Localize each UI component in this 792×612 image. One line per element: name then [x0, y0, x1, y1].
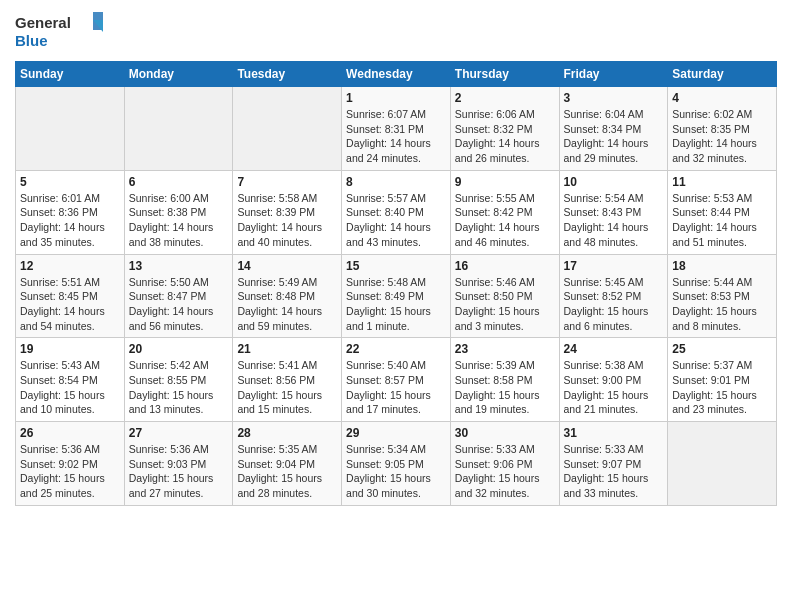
day-cell: 30Sunrise: 5:33 AM Sunset: 9:06 PM Dayli…: [450, 422, 559, 506]
day-info: Sunrise: 5:45 AM Sunset: 8:52 PM Dayligh…: [564, 275, 664, 334]
day-number: 28: [237, 426, 337, 440]
day-number: 9: [455, 175, 555, 189]
day-info: Sunrise: 5:44 AM Sunset: 8:53 PM Dayligh…: [672, 275, 772, 334]
column-header-friday: Friday: [559, 62, 668, 87]
day-cell: 12Sunrise: 5:51 AM Sunset: 8:45 PM Dayli…: [16, 254, 125, 338]
page-header: General Blue: [15, 10, 777, 55]
day-info: Sunrise: 5:35 AM Sunset: 9:04 PM Dayligh…: [237, 442, 337, 501]
day-number: 6: [129, 175, 229, 189]
day-info: Sunrise: 5:36 AM Sunset: 9:02 PM Dayligh…: [20, 442, 120, 501]
day-cell: 13Sunrise: 5:50 AM Sunset: 8:47 PM Dayli…: [124, 254, 233, 338]
day-cell: 4Sunrise: 6:02 AM Sunset: 8:35 PM Daylig…: [668, 87, 777, 171]
day-info: Sunrise: 5:49 AM Sunset: 8:48 PM Dayligh…: [237, 275, 337, 334]
day-info: Sunrise: 5:39 AM Sunset: 8:58 PM Dayligh…: [455, 358, 555, 417]
day-cell: 27Sunrise: 5:36 AM Sunset: 9:03 PM Dayli…: [124, 422, 233, 506]
day-info: Sunrise: 5:51 AM Sunset: 8:45 PM Dayligh…: [20, 275, 120, 334]
day-info: Sunrise: 5:41 AM Sunset: 8:56 PM Dayligh…: [237, 358, 337, 417]
day-number: 4: [672, 91, 772, 105]
day-info: Sunrise: 5:43 AM Sunset: 8:54 PM Dayligh…: [20, 358, 120, 417]
day-cell: 5Sunrise: 6:01 AM Sunset: 8:36 PM Daylig…: [16, 170, 125, 254]
day-number: 24: [564, 342, 664, 356]
day-cell: 28Sunrise: 5:35 AM Sunset: 9:04 PM Dayli…: [233, 422, 342, 506]
day-info: Sunrise: 5:54 AM Sunset: 8:43 PM Dayligh…: [564, 191, 664, 250]
calendar-header: SundayMondayTuesdayWednesdayThursdayFrid…: [16, 62, 777, 87]
day-info: Sunrise: 6:01 AM Sunset: 8:36 PM Dayligh…: [20, 191, 120, 250]
day-number: 30: [455, 426, 555, 440]
day-cell: 1Sunrise: 6:07 AM Sunset: 8:31 PM Daylig…: [342, 87, 451, 171]
day-cell: 31Sunrise: 5:33 AM Sunset: 9:07 PM Dayli…: [559, 422, 668, 506]
day-cell: 3Sunrise: 6:04 AM Sunset: 8:34 PM Daylig…: [559, 87, 668, 171]
day-cell: 11Sunrise: 5:53 AM Sunset: 8:44 PM Dayli…: [668, 170, 777, 254]
day-info: Sunrise: 5:33 AM Sunset: 9:06 PM Dayligh…: [455, 442, 555, 501]
day-cell: 14Sunrise: 5:49 AM Sunset: 8:48 PM Dayli…: [233, 254, 342, 338]
day-info: Sunrise: 5:33 AM Sunset: 9:07 PM Dayligh…: [564, 442, 664, 501]
day-number: 18: [672, 259, 772, 273]
day-cell: [668, 422, 777, 506]
calendar-table: SundayMondayTuesdayWednesdayThursdayFrid…: [15, 61, 777, 506]
day-number: 25: [672, 342, 772, 356]
day-info: Sunrise: 5:48 AM Sunset: 8:49 PM Dayligh…: [346, 275, 446, 334]
day-info: Sunrise: 5:46 AM Sunset: 8:50 PM Dayligh…: [455, 275, 555, 334]
svg-text:Blue: Blue: [15, 32, 48, 49]
header-row: SundayMondayTuesdayWednesdayThursdayFrid…: [16, 62, 777, 87]
day-number: 13: [129, 259, 229, 273]
day-number: 21: [237, 342, 337, 356]
column-header-thursday: Thursday: [450, 62, 559, 87]
day-info: Sunrise: 5:42 AM Sunset: 8:55 PM Dayligh…: [129, 358, 229, 417]
week-row-1: 1Sunrise: 6:07 AM Sunset: 8:31 PM Daylig…: [16, 87, 777, 171]
logo-svg: General Blue: [15, 10, 105, 55]
day-info: Sunrise: 5:34 AM Sunset: 9:05 PM Dayligh…: [346, 442, 446, 501]
day-cell: 20Sunrise: 5:42 AM Sunset: 8:55 PM Dayli…: [124, 338, 233, 422]
day-number: 26: [20, 426, 120, 440]
day-number: 7: [237, 175, 337, 189]
day-info: Sunrise: 5:37 AM Sunset: 9:01 PM Dayligh…: [672, 358, 772, 417]
day-number: 15: [346, 259, 446, 273]
day-info: Sunrise: 5:38 AM Sunset: 9:00 PM Dayligh…: [564, 358, 664, 417]
day-info: Sunrise: 6:02 AM Sunset: 8:35 PM Dayligh…: [672, 107, 772, 166]
column-header-sunday: Sunday: [16, 62, 125, 87]
day-number: 17: [564, 259, 664, 273]
day-cell: 22Sunrise: 5:40 AM Sunset: 8:57 PM Dayli…: [342, 338, 451, 422]
day-cell: 15Sunrise: 5:48 AM Sunset: 8:49 PM Dayli…: [342, 254, 451, 338]
column-header-tuesday: Tuesday: [233, 62, 342, 87]
day-cell: 26Sunrise: 5:36 AM Sunset: 9:02 PM Dayli…: [16, 422, 125, 506]
day-number: 23: [455, 342, 555, 356]
column-header-wednesday: Wednesday: [342, 62, 451, 87]
svg-text:General: General: [15, 14, 71, 31]
day-info: Sunrise: 5:50 AM Sunset: 8:47 PM Dayligh…: [129, 275, 229, 334]
day-info: Sunrise: 5:40 AM Sunset: 8:57 PM Dayligh…: [346, 358, 446, 417]
day-cell: 29Sunrise: 5:34 AM Sunset: 9:05 PM Dayli…: [342, 422, 451, 506]
day-number: 14: [237, 259, 337, 273]
day-number: 19: [20, 342, 120, 356]
day-cell: 10Sunrise: 5:54 AM Sunset: 8:43 PM Dayli…: [559, 170, 668, 254]
day-number: 27: [129, 426, 229, 440]
day-cell: 21Sunrise: 5:41 AM Sunset: 8:56 PM Dayli…: [233, 338, 342, 422]
day-number: 31: [564, 426, 664, 440]
week-row-3: 12Sunrise: 5:51 AM Sunset: 8:45 PM Dayli…: [16, 254, 777, 338]
column-header-monday: Monday: [124, 62, 233, 87]
day-number: 22: [346, 342, 446, 356]
day-cell: [16, 87, 125, 171]
day-cell: 17Sunrise: 5:45 AM Sunset: 8:52 PM Dayli…: [559, 254, 668, 338]
day-number: 20: [129, 342, 229, 356]
day-info: Sunrise: 5:55 AM Sunset: 8:42 PM Dayligh…: [455, 191, 555, 250]
day-number: 29: [346, 426, 446, 440]
day-number: 3: [564, 91, 664, 105]
day-cell: 7Sunrise: 5:58 AM Sunset: 8:39 PM Daylig…: [233, 170, 342, 254]
day-cell: 9Sunrise: 5:55 AM Sunset: 8:42 PM Daylig…: [450, 170, 559, 254]
day-info: Sunrise: 5:53 AM Sunset: 8:44 PM Dayligh…: [672, 191, 772, 250]
day-number: 12: [20, 259, 120, 273]
day-number: 1: [346, 91, 446, 105]
day-cell: 6Sunrise: 6:00 AM Sunset: 8:38 PM Daylig…: [124, 170, 233, 254]
day-number: 10: [564, 175, 664, 189]
logo: General Blue: [15, 10, 105, 55]
column-header-saturday: Saturday: [668, 62, 777, 87]
calendar-body: 1Sunrise: 6:07 AM Sunset: 8:31 PM Daylig…: [16, 87, 777, 506]
day-number: 2: [455, 91, 555, 105]
day-info: Sunrise: 6:07 AM Sunset: 8:31 PM Dayligh…: [346, 107, 446, 166]
day-cell: 23Sunrise: 5:39 AM Sunset: 8:58 PM Dayli…: [450, 338, 559, 422]
day-cell: 24Sunrise: 5:38 AM Sunset: 9:00 PM Dayli…: [559, 338, 668, 422]
day-cell: 19Sunrise: 5:43 AM Sunset: 8:54 PM Dayli…: [16, 338, 125, 422]
day-cell: 16Sunrise: 5:46 AM Sunset: 8:50 PM Dayli…: [450, 254, 559, 338]
week-row-4: 19Sunrise: 5:43 AM Sunset: 8:54 PM Dayli…: [16, 338, 777, 422]
